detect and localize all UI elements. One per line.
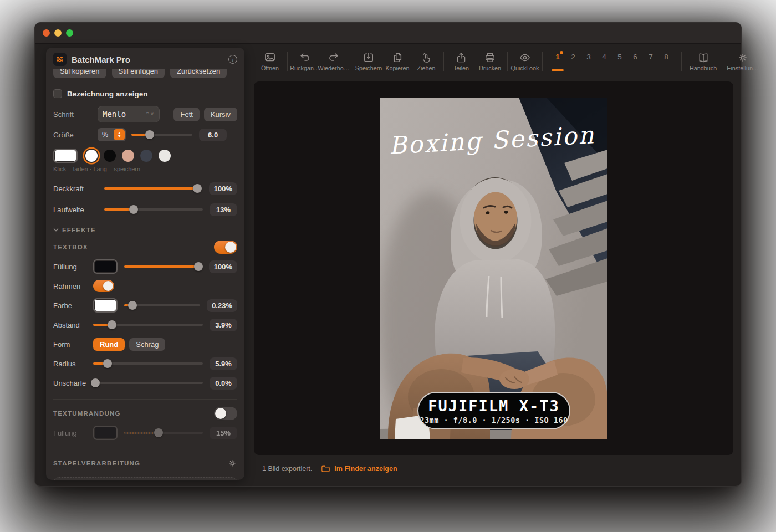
manual-button[interactable]: Handbuch <box>685 52 722 71</box>
settings-button[interactable]: Einstellun… <box>722 52 764 71</box>
tracking-value: 13% <box>210 203 237 216</box>
outline-fill-swatch[interactable] <box>93 426 118 440</box>
color-swatch-white[interactable] <box>85 150 98 162</box>
open-button[interactable]: Öffnen <box>256 52 284 71</box>
size-slider-thumb[interactable] <box>145 130 154 139</box>
info-icon[interactable]: i <box>228 55 237 64</box>
toolbar-divider <box>351 52 351 71</box>
toolbar-divider <box>542 52 543 71</box>
share-icon <box>455 52 467 63</box>
close-window-button[interactable] <box>43 29 50 37</box>
undo-icon <box>299 52 311 63</box>
show-label-checkbox[interactable] <box>53 89 62 98</box>
opacity-slider[interactable] <box>104 187 202 190</box>
radius-label: Radius <box>53 360 93 368</box>
batch-dropzone[interactable]: Bilder oder Ordner hier hineinziehen ode… <box>53 477 237 480</box>
undo-button[interactable]: Rückgän… <box>290 52 319 71</box>
printer-icon <box>484 52 496 63</box>
eye-icon <box>518 52 532 63</box>
padding-slider[interactable] <box>93 324 203 326</box>
color-swatch-skin[interactable] <box>122 150 134 162</box>
radius-slider[interactable] <box>93 362 203 365</box>
current-color-preview[interactable] <box>53 149 78 163</box>
border-color-row: Farbe 0.23% <box>53 298 237 313</box>
show-label-text: Bezeichnung anzeigen <box>67 90 148 98</box>
effects-section-header[interactable]: EFFEKTE <box>53 227 237 233</box>
tracking-row: Laufweite 13% <box>53 202 237 217</box>
print-label: Drucken <box>479 65 501 71</box>
outline-toggle[interactable] <box>214 407 237 420</box>
fill-label: Füllung <box>53 263 93 271</box>
size-slider[interactable] <box>131 134 192 136</box>
textbox-row: TEXTBOX <box>53 240 237 254</box>
opacity-slider-thumb[interactable] <box>193 184 202 193</box>
paste-style-button[interactable]: Stil einfügen <box>112 69 165 78</box>
redo-icon <box>328 52 340 63</box>
border-toggle[interactable] <box>93 280 114 292</box>
tracking-slider-thumb[interactable] <box>129 205 138 214</box>
color-swatch-darkgray[interactable] <box>140 150 152 162</box>
padding-slider-thumb[interactable] <box>108 320 116 329</box>
outline-fill-slider-thumb[interactable] <box>154 428 163 437</box>
page-tab-3[interactable]: 3 <box>581 51 596 72</box>
batch-settings-gear-icon[interactable] <box>227 458 237 468</box>
border-label: Rahmen <box>53 282 93 290</box>
active-page-underline <box>552 69 564 71</box>
toolbar-divider <box>681 52 682 71</box>
hand-drag-icon <box>420 52 432 63</box>
save-label: Speichern <box>355 65 382 71</box>
color-swatch-lightgray[interactable] <box>159 150 171 162</box>
share-label: Teilen <box>453 65 469 71</box>
size-unit-select[interactable]: % ▲▼ <box>98 128 126 141</box>
blur-slider[interactable] <box>93 382 203 384</box>
show-in-finder-link[interactable]: Im Finder anzeigen <box>321 465 397 473</box>
chevron-updown-icon: ⌃˅ <box>145 111 155 117</box>
page-tab-2[interactable]: 2 <box>565 51 581 72</box>
outline-section-label: TEXTUMRANDUNG <box>53 410 214 417</box>
minimize-window-button[interactable] <box>54 29 62 37</box>
page-tab-5[interactable]: 5 <box>612 51 627 72</box>
bold-button[interactable]: Fett <box>173 108 199 121</box>
export-statusbar: 1 Bild exportiert. Im Finder anzeigen <box>262 465 397 473</box>
page-tab-1[interactable]: 1 <box>550 51 565 72</box>
redo-button[interactable]: Wiederho… <box>319 52 348 71</box>
fill-slider[interactable] <box>124 265 202 268</box>
page-tab-4[interactable]: 4 <box>596 51 612 72</box>
page-tab-7[interactable]: 7 <box>643 51 658 72</box>
outline-fill-slider[interactable] <box>124 432 203 434</box>
page-tab-6[interactable]: 6 <box>627 51 643 72</box>
fill-row: Füllung 100% <box>53 259 237 274</box>
border-color-swatch[interactable] <box>93 298 118 313</box>
textbox-label: TEXTBOX <box>53 244 214 250</box>
print-button[interactable]: Drucken <box>476 52 504 71</box>
outline-fill-row: Füllung 15% <box>53 426 237 440</box>
shape-round-option[interactable]: Rund <box>93 338 125 351</box>
swatch-hint: Klick = laden · Lang = speichern <box>53 166 237 172</box>
radius-slider-thumb[interactable] <box>103 359 112 368</box>
color-swatch-black[interactable] <box>104 150 116 162</box>
font-family-dropdown[interactable]: Menlo ⌃˅ <box>98 106 160 122</box>
shape-slanted-option[interactable]: Schräg <box>129 338 165 351</box>
reset-style-button[interactable]: Zurücksetzen <box>170 69 227 78</box>
save-button[interactable]: Speichern <box>354 52 383 71</box>
stepper-icon[interactable]: ▲▼ <box>114 129 125 140</box>
italic-button[interactable]: Kursiv <box>204 108 237 121</box>
border-width-slider-thumb[interactable] <box>128 301 137 310</box>
share-button[interactable]: Teilen <box>447 52 476 71</box>
drag-button[interactable]: Ziehen <box>412 52 441 71</box>
fill-color-swatch[interactable] <box>93 259 118 274</box>
zoom-window-button[interactable] <box>66 29 73 37</box>
blur-slider-thumb[interactable] <box>91 378 100 387</box>
tracking-slider[interactable] <box>104 208 203 211</box>
copy-button[interactable]: Kopieren <box>383 52 412 71</box>
fill-slider-thumb[interactable] <box>194 262 203 271</box>
preview-image[interactable]: Boxing Session FUJIFILM X-T3 23mm · f/8.… <box>380 98 607 439</box>
border-width-slider[interactable] <box>124 304 200 306</box>
blur-value: 0.0% <box>210 377 237 390</box>
inspector-panel: BatchMark Pro i Stil kopieren Stil einfü… <box>46 48 244 480</box>
textbox-toggle[interactable] <box>214 241 237 254</box>
page-tab-8[interactable]: 8 <box>658 51 674 72</box>
quicklook-button[interactable]: QuickLook <box>510 52 539 71</box>
redo-label: Wiederho… <box>318 65 350 71</box>
copy-style-button[interactable]: Stil kopieren <box>53 69 106 78</box>
